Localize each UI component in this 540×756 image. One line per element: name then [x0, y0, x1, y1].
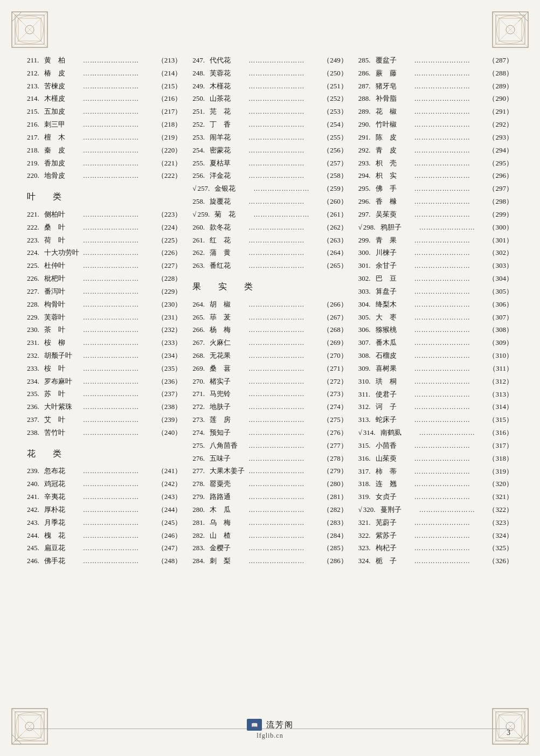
- list-item: 267.火麻仁……………………（269）: [192, 336, 347, 349]
- list-item: 237.艾 叶……………………（239）: [27, 413, 182, 426]
- list-item: 294.枳 实……………………（296）: [358, 169, 513, 182]
- entry-dots: ……………………: [248, 196, 322, 208]
- entry-dots: ……………………: [419, 427, 488, 439]
- entry-page: （213）: [157, 54, 182, 67]
- entry-page: （319）: [488, 465, 513, 478]
- entry-name: 艾 叶: [44, 413, 83, 426]
- checkmark: √: [192, 182, 196, 195]
- list-item: √320.蔓荆子……………………（322）: [358, 503, 513, 516]
- entry-dots: ……………………: [414, 466, 488, 478]
- entry-number: 322.: [358, 529, 376, 542]
- entry-number: 246.: [27, 554, 44, 567]
- entry-page: （276）: [323, 426, 348, 439]
- entry-page: （219）: [157, 131, 182, 144]
- entry-number: 293.: [358, 157, 376, 170]
- list-item: 228.枸骨叶……………………（230）: [27, 298, 182, 311]
- entry-name: 算盘子: [376, 285, 414, 298]
- entry-dots: ……………………: [248, 517, 322, 529]
- entry-dots: ……………………: [414, 350, 488, 362]
- list-item: 284.刺 梨……………………（286）: [192, 554, 347, 567]
- entry-number: 268.: [192, 349, 210, 362]
- entry-dots: ……………………: [248, 145, 322, 157]
- entry-name: 绛梨木: [376, 298, 414, 311]
- list-item: 289.花 椒……………………（291）: [358, 105, 513, 118]
- list-item: 211.黄 柏……………………（213）: [27, 54, 182, 67]
- list-item: 291.陈 皮……………………（293）: [358, 131, 513, 144]
- entry-page: （247）: [157, 542, 182, 554]
- entry-number: 290.: [358, 118, 376, 131]
- entry-dots: ……………………: [414, 312, 488, 324]
- list-item: 321.芜蔚子……………………（323）: [358, 516, 513, 529]
- entry-dots: ……………………: [414, 196, 488, 208]
- entry-name: 山茱萸: [376, 452, 414, 465]
- list-item: 214.木槿皮……………………（216）: [27, 92, 182, 105]
- list-item: 299.青 果……………………（301）: [358, 234, 513, 247]
- entry-page: （299）: [488, 208, 513, 221]
- entry-dots: ……………………: [414, 453, 488, 465]
- entry-dots: ……………………: [248, 556, 322, 567]
- section-title: 叶 类: [27, 189, 182, 205]
- entry-page: （234）: [157, 349, 182, 362]
- entry-dots: ……………………: [419, 504, 488, 516]
- entry-number: 317.: [358, 465, 376, 478]
- entry-name: 刺三甲: [44, 118, 83, 131]
- list-item: 260.款冬花……………………（262）: [192, 221, 347, 234]
- entry-page: （314）: [488, 400, 513, 413]
- entry-number: 218.: [27, 144, 44, 157]
- entry-page: （264）: [323, 246, 348, 259]
- entry-name: 木 瓜: [210, 503, 248, 516]
- checkmark: √: [358, 426, 362, 439]
- entry-dots: ……………………: [248, 530, 322, 542]
- entry-number: 250.: [192, 92, 210, 105]
- entry-name: 罂粟壳: [210, 477, 248, 490]
- entry-dots: ……………………: [248, 543, 322, 554]
- entry-number: 254.: [192, 144, 210, 157]
- entry-name: 黄 柏: [44, 54, 83, 67]
- entry-dots: ……………………: [248, 68, 322, 80]
- entry-dots: ……………………: [248, 401, 322, 413]
- footer-site-name: 流芳阁: [266, 720, 294, 730]
- list-item: 253.闹羊花……………………（255）: [192, 131, 347, 144]
- entry-page: （279）: [323, 464, 348, 477]
- entry-number: 239.: [27, 464, 44, 477]
- entry-dots: ……………………: [83, 93, 157, 105]
- entry-name: 五加皮: [44, 105, 83, 118]
- list-item: 318.连 翘……………………（320）: [358, 477, 513, 490]
- entry-number: 221.: [27, 208, 44, 221]
- entry-number: 261.: [192, 234, 210, 247]
- entry-number: 319.: [358, 490, 376, 503]
- list-item: 264.胡 椒……………………（266）: [192, 298, 347, 311]
- entry-name: 椿 皮: [44, 67, 83, 80]
- entry-number: 263.: [192, 259, 210, 272]
- entry-number: 310.: [358, 375, 376, 388]
- entry-name: 夏枯草: [210, 157, 248, 170]
- entry-page: （250）: [323, 67, 348, 80]
- list-item: 278.罂粟壳……………………（280）: [192, 477, 347, 490]
- entry-number: 279.: [192, 490, 210, 503]
- list-item: 256.洋金花……………………（258）: [192, 169, 347, 182]
- entry-number: 271.: [192, 387, 210, 400]
- list-item: 250.山茶花……………………（252）: [192, 92, 347, 105]
- entry-dots: ……………………: [414, 414, 488, 426]
- entry-page: （272）: [323, 375, 348, 388]
- entry-name: 侧柏叶: [44, 208, 83, 221]
- entry-name: 辛夷花: [44, 490, 83, 503]
- entry-dots: ……………………: [248, 299, 322, 311]
- list-item: 215.五加皮……………………（217）: [27, 105, 182, 118]
- logo-icon-symbol: 📖: [251, 722, 258, 728]
- entry-dots: ……………………: [248, 312, 322, 324]
- entry-dots: ……………………: [83, 401, 157, 413]
- entry-dots: ……………………: [83, 273, 157, 285]
- entry-dots: ……………………: [414, 119, 488, 131]
- entry-number: 223.: [27, 234, 44, 247]
- entry-page: （274）: [323, 400, 348, 413]
- list-item: 241.辛夷花……………………（243）: [27, 490, 182, 503]
- list-item: 245.扁豆花……………………（247）: [27, 542, 182, 554]
- entry-name: 补骨脂: [376, 92, 414, 105]
- entry-number: 242.: [27, 503, 44, 516]
- entry-name: 杨 梅: [210, 323, 248, 336]
- entry-page: （261）: [323, 208, 348, 221]
- entry-name: 木槿花: [210, 80, 248, 93]
- list-item: 317.柿 蒂……………………（319）: [358, 465, 513, 478]
- entry-page: （221）: [157, 157, 182, 170]
